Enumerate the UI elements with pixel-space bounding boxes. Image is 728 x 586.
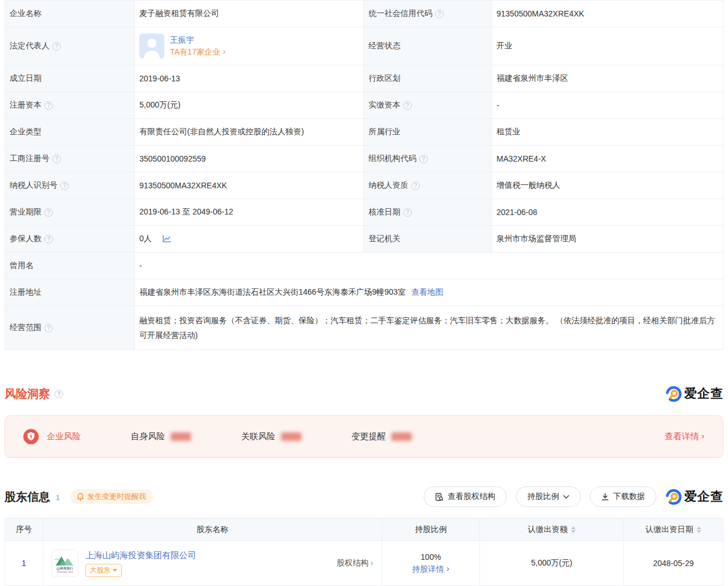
help-icon[interactable] bbox=[435, 10, 444, 18]
field-value: 350500100092559 bbox=[135, 146, 364, 172]
chevron-right-icon: › bbox=[701, 432, 705, 441]
field-label: 法定代表人 bbox=[5, 27, 135, 65]
sort-icon[interactable] bbox=[571, 526, 576, 533]
table-row: 参保人数 0人 登记机关 泉州市市场监督管理局 bbox=[5, 226, 723, 253]
field-label: 统一社会信用代码 bbox=[364, 1, 492, 27]
shareholder-section-title: 股东信息 bbox=[5, 489, 50, 505]
chevron-down-icon bbox=[563, 495, 569, 499]
shareholder-count: 1 bbox=[56, 493, 60, 502]
field-label: 登记机关 bbox=[364, 226, 492, 253]
field-label: 所属行业 bbox=[364, 119, 492, 146]
field-value: - bbox=[135, 253, 723, 279]
shareholding-detail-link[interactable]: 持股详情 › bbox=[412, 564, 450, 575]
help-icon[interactable] bbox=[55, 390, 63, 398]
chevron-right-icon: › bbox=[370, 559, 374, 568]
help-icon[interactable] bbox=[60, 181, 69, 190]
col-header-index: 序号 bbox=[5, 518, 43, 541]
download-icon bbox=[601, 493, 609, 501]
download-data-button[interactable]: 下载数据 bbox=[590, 486, 656, 507]
table-row: 企业类型 有限责任公司(非自然人投资或控股的法人独资) 所属行业 租赁业 bbox=[5, 119, 723, 146]
field-value: 2021-06-08 bbox=[492, 199, 723, 226]
legal-rep-companies-link[interactable]: TA有17家企业 › bbox=[170, 47, 226, 57]
field-label: 注册地址 bbox=[5, 279, 135, 306]
sort-icon[interactable] bbox=[697, 526, 701, 533]
help-icon[interactable] bbox=[403, 101, 412, 110]
view-map-link[interactable]: 查看地图 bbox=[411, 287, 443, 298]
caret-down-icon bbox=[113, 569, 117, 572]
table-row: 经营范围 融资租赁；投资咨询服务（不含证券、期货、保险）；汽车租赁；二手车鉴定评… bbox=[5, 306, 723, 350]
trend-chart-icon[interactable] bbox=[162, 235, 172, 244]
bell-icon bbox=[77, 493, 84, 501]
self-risk-item[interactable]: 自身风险 bbox=[131, 431, 191, 442]
equity-structure-link[interactable]: 股权结构 › bbox=[337, 558, 374, 568]
field-label: 经营范围 bbox=[5, 306, 135, 350]
field-label: 行政区划 bbox=[364, 65, 492, 92]
redacted-count bbox=[391, 432, 412, 441]
table-row: 营业期限 2019-06-13 至 2049-06-12 核准日期 2021-0… bbox=[5, 199, 723, 226]
table-row: 成立日期 2019-06-13 行政区划 福建省泉州市丰泽区 bbox=[5, 65, 723, 92]
field-label: 纳税人资质 bbox=[364, 172, 492, 199]
table-row: 注册资本 5,000万(元) 实缴资本 - bbox=[5, 92, 723, 119]
risk-section-title: 风险洞察 bbox=[5, 386, 63, 402]
shareholder-logo[interactable]: 山屿海旅行 Mountain Sea bbox=[51, 550, 78, 577]
aiqicha-logo: 爱企查 bbox=[665, 385, 723, 402]
shareholder-name-cell: 山屿海旅行 Mountain Sea 上海山屿海投资集团有限公司 大股东 股权结… bbox=[43, 541, 382, 585]
field-value: - bbox=[492, 92, 723, 119]
shareholding-ratio-dropdown[interactable]: 持股比例 bbox=[516, 486, 581, 507]
table-row: 注册地址 福建省泉州市丰泽区东海街道法石社区大兴街1466号东海泰禾广场9幢90… bbox=[5, 279, 723, 306]
help-icon[interactable] bbox=[419, 155, 428, 163]
field-value: 泉州市市场监督管理局 bbox=[492, 226, 723, 253]
help-icon[interactable] bbox=[44, 208, 53, 217]
field-label: 核准日期 bbox=[364, 199, 492, 226]
field-label: 曾用名 bbox=[5, 253, 135, 279]
help-icon[interactable] bbox=[411, 181, 420, 190]
field-label: 实缴资本 bbox=[364, 92, 492, 119]
chevron-right-icon: › bbox=[222, 47, 226, 57]
business-scope-cell: 融资租赁；投资咨询服务（不含证券、期货、保险）；汽车租赁；二手车鉴定评估服务；汽… bbox=[135, 306, 723, 350]
notify-on-change-button[interactable]: 发生变更时提醒我 bbox=[70, 489, 153, 504]
shareholding-ratio-cell: 100% 持股详情 › bbox=[382, 541, 480, 585]
table-row: 工商注册号 350500100092559 组织机构代码 MA32XRE4-X bbox=[5, 146, 723, 172]
field-value: 福建省泉州市丰泽区 bbox=[492, 65, 723, 92]
risk-section-header: 风险洞察 爱企查 bbox=[5, 385, 723, 403]
field-label: 工商注册号 bbox=[5, 146, 135, 172]
field-label: 参保人数 bbox=[5, 226, 135, 253]
help-icon[interactable] bbox=[44, 101, 53, 110]
aiqicha-logo-text: 爱企查 bbox=[684, 488, 723, 505]
field-label: 营业期限 bbox=[5, 199, 135, 226]
enterprise-risk-item[interactable]: 企业风险 bbox=[23, 429, 81, 444]
help-icon[interactable] bbox=[44, 324, 53, 332]
help-icon[interactable] bbox=[44, 235, 53, 244]
legal-rep-name-link[interactable]: 王振宇 bbox=[170, 35, 226, 46]
shareholder-name-link[interactable]: 上海山屿海投资集团有限公司 bbox=[85, 550, 196, 561]
field-label: 成立日期 bbox=[5, 65, 135, 92]
redacted-count bbox=[171, 432, 191, 441]
related-risk-item[interactable]: 关联风险 bbox=[241, 431, 301, 442]
aiqicha-logo: 爱企查 bbox=[665, 488, 723, 505]
help-icon[interactable] bbox=[52, 155, 61, 163]
field-value: MA32XRE4-X bbox=[492, 146, 723, 172]
view-detail-link[interactable]: 查看详情 › bbox=[665, 431, 705, 442]
field-label: 纳税人识别号 bbox=[5, 172, 135, 199]
company-info-table: 企业名称 麦子融资租赁有限公司 统一社会信用代码 91350500MA32XRE… bbox=[5, 0, 723, 350]
help-icon[interactable] bbox=[52, 42, 61, 51]
field-label: 注册资本 bbox=[5, 92, 135, 119]
risk-shield-icon bbox=[23, 429, 39, 444]
field-value: 开业 bbox=[492, 27, 723, 65]
row-index: 1 bbox=[5, 541, 43, 585]
field-value: 2019-06-13 至 2049-06-12 bbox=[135, 199, 364, 226]
major-shareholder-tag[interactable]: 大股东 bbox=[85, 564, 122, 577]
change-alert-item[interactable]: 变更提醒 bbox=[351, 431, 412, 442]
table-row: 曾用名 - bbox=[5, 253, 723, 279]
table-row: 1 山屿海旅行 Mountain Sea 上海山屿海投资集团有限公司 大股东 bbox=[5, 541, 723, 585]
registered-address-cell: 福建省泉州市丰泽区东海街道法石社区大兴街1466号东海泰禾广场9幢903室 查看… bbox=[135, 279, 723, 306]
subscribed-amount-cell: 5,000万(元) bbox=[480, 541, 624, 585]
field-value: 5,000万(元) bbox=[135, 92, 364, 119]
field-value: 麦子融资租赁有限公司 bbox=[135, 1, 364, 27]
avatar[interactable] bbox=[139, 34, 164, 59]
table-row: 企业名称 麦子融资租赁有限公司 统一社会信用代码 91350500MA32XRE… bbox=[5, 1, 723, 27]
help-icon[interactable] bbox=[403, 208, 412, 217]
view-equity-structure-button[interactable]: 查看股权结构 bbox=[424, 486, 507, 507]
shareholder-table: 序号 股东名称 持股比例 认缴出资额 认缴出资日期 1 bbox=[5, 518, 723, 586]
chevron-right-icon: › bbox=[446, 564, 449, 574]
